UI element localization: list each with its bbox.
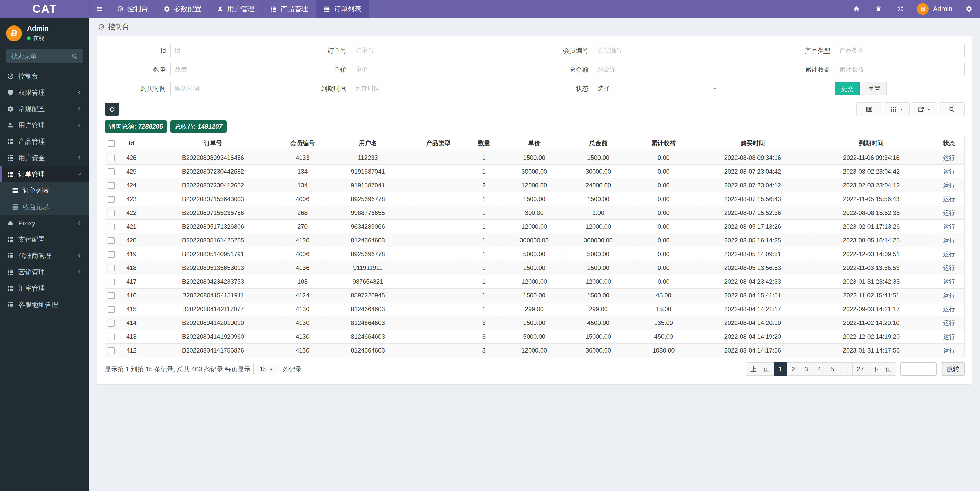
unit-price-input[interactable]	[351, 63, 479, 76]
row-checkbox[interactable]	[108, 347, 115, 354]
list-icon	[7, 269, 18, 275]
gear-icon	[7, 106, 18, 112]
table-row: 426B20220808093416456413311223311500.001…	[105, 151, 965, 165]
row-checkbox[interactable]	[108, 265, 115, 271]
id-input[interactable]	[170, 44, 237, 57]
row-checkbox[interactable]	[108, 306, 115, 313]
page-button-4[interactable]: 4	[813, 363, 826, 376]
main-content: 控制台 Id订单号会员编号产品类型数量单价总金额累计收益购买时间到期时间状态选择…	[89, 18, 980, 491]
sidebar-item-dashboard[interactable]: 控制台	[0, 68, 89, 84]
table-search-button[interactable]	[939, 103, 965, 116]
row-checkbox[interactable]	[108, 155, 115, 161]
sidebar-item-proxy[interactable]: Proxy	[0, 215, 89, 231]
caret-down-icon	[899, 107, 904, 111]
row-checkbox[interactable]	[108, 196, 115, 203]
filter-field-id: Id	[105, 44, 237, 57]
status-select[interactable]: 选择	[593, 82, 721, 95]
chevron-left-icon	[76, 155, 82, 160]
sidebar-toggle-button[interactable]	[89, 0, 110, 18]
accumulated-profit-input[interactable]	[835, 63, 965, 76]
filter-field-expire-time: 到期时间	[285, 82, 479, 95]
pagination-controls: 上一页12345...27下一页 跳转	[746, 363, 965, 376]
sidebar-item-agent-management[interactable]: 代理商管理	[0, 247, 89, 264]
total-amount-input[interactable]	[593, 63, 721, 76]
table-row: 421B202208051713268062709634289066112000…	[105, 220, 965, 233]
select-all-checkbox[interactable]	[108, 140, 115, 147]
page-button-3[interactable]: 3	[800, 363, 813, 376]
row-checkbox[interactable]	[108, 223, 115, 230]
page-button-1[interactable]: 1	[773, 363, 787, 376]
page-button-5[interactable]: 5	[826, 363, 839, 376]
refresh-button[interactable]	[105, 103, 119, 116]
sidebar-search-input[interactable]	[6, 52, 66, 60]
page-button-2[interactable]: 2	[787, 363, 800, 376]
sidebar-item-permission-management[interactable]: 权限管理	[0, 84, 89, 101]
columns-button[interactable]	[884, 103, 910, 116]
row-checkbox[interactable]	[108, 168, 115, 175]
row-checkbox[interactable]	[108, 320, 115, 326]
page-ellipsis[interactable]: ...	[838, 363, 853, 376]
next-page-button[interactable]: 下一页	[868, 363, 896, 376]
member-no-input[interactable]	[593, 44, 721, 57]
row-checkbox[interactable]	[108, 251, 115, 258]
nav-tab-order-list[interactable]: 订单列表	[316, 0, 369, 18]
expire-time-input[interactable]	[351, 82, 479, 95]
page-button-27[interactable]: 27	[853, 363, 868, 376]
profit-total-badge: 总收益:1491207	[170, 120, 226, 133]
chevron-left-icon	[76, 122, 82, 128]
prev-page-button[interactable]: 上一页	[746, 363, 774, 376]
jump-button[interactable]: 跳转	[941, 363, 965, 376]
row-checkbox[interactable]	[108, 182, 115, 189]
fullscreen-button[interactable]	[889, 0, 912, 18]
reset-button[interactable]: 重置	[862, 82, 886, 95]
nav-tab-params-config[interactable]: 参数配置	[156, 0, 209, 18]
home-button[interactable]	[845, 0, 867, 18]
sidebar-item-general-config[interactable]: 常规配置	[0, 101, 89, 117]
quantity-input[interactable]	[170, 63, 237, 76]
pagination-info: 显示第 1 到第 15 条记录, 总共 403 条记录 每页显示 15 条记录	[105, 363, 302, 375]
sidebar-item-payment-config[interactable]: 支付配置	[0, 231, 89, 247]
page-size-dropdown[interactable]: 15	[253, 363, 280, 375]
brand-logo: CAT	[0, 0, 89, 18]
sidebar-item-service-address-management[interactable]: 客服地址管理	[0, 296, 89, 313]
sidebar-item-order-management[interactable]: 订单管理	[0, 166, 89, 182]
row-checkbox[interactable]	[108, 237, 115, 244]
user-status: 在线	[27, 35, 48, 42]
sidebar-item-marketing-management[interactable]: 营销管理	[0, 264, 89, 280]
row-checkbox[interactable]	[108, 334, 115, 340]
chevron-left-icon	[76, 106, 82, 112]
admin-dropdown[interactable]: B Admin	[912, 0, 958, 18]
toggle-view-button[interactable]	[856, 103, 882, 116]
jump-page-input[interactable]	[900, 363, 937, 376]
nav-tab-user-management[interactable]: 用户管理	[209, 0, 262, 18]
row-checkbox[interactable]	[108, 210, 115, 216]
row-checkbox[interactable]	[108, 279, 115, 285]
nav-tab-product-management[interactable]: 产品管理	[262, 0, 316, 18]
sidebar-item-exchange-rate-management[interactable]: 汇率管理	[0, 280, 89, 296]
settings-button[interactable]	[958, 0, 980, 18]
sidebar-search-button[interactable]	[66, 49, 83, 63]
sidebar-item-order-list[interactable]: 订单列表	[0, 182, 89, 198]
status-cell: 运行	[934, 233, 964, 247]
product-type-input[interactable]	[835, 44, 965, 57]
filter-field-accumulated-profit: 累计收益	[769, 63, 965, 76]
detail-view-icon	[866, 106, 873, 113]
column-header: 会员编号	[281, 136, 324, 151]
sidebar-menu: 控制台权限管理常规配置用户管理产品管理用户资金订单管理订单列表收益记录Proxy…	[0, 68, 89, 313]
buy-time-input[interactable]	[170, 82, 237, 95]
gears-icon	[966, 6, 972, 12]
row-checkbox[interactable]	[108, 292, 115, 299]
user-icon	[7, 122, 18, 128]
sales-total-badge: 销售总额:7288205	[105, 120, 167, 133]
list-icon	[12, 203, 23, 210]
submit-button[interactable]: 提交	[835, 82, 859, 95]
export-button[interactable]	[912, 103, 937, 116]
clear-cache-button[interactable]	[867, 0, 889, 18]
sidebar-item-user-funds[interactable]: 用户资金	[0, 150, 89, 166]
order-no-input[interactable]	[351, 44, 479, 57]
sidebar-item-profit-records[interactable]: 收益记录	[0, 198, 89, 215]
nav-tab-dashboard[interactable]: 控制台	[110, 0, 156, 18]
table-toolbar	[105, 103, 965, 116]
sidebar-item-user-management[interactable]: 用户管理	[0, 117, 89, 133]
sidebar-item-product-management[interactable]: 产品管理	[0, 133, 89, 150]
